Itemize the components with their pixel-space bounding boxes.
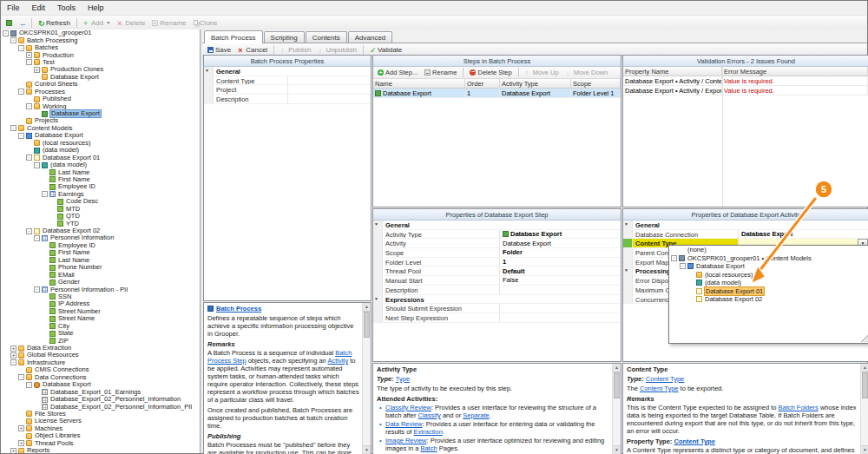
tree-item[interactable]: (none) bbox=[669, 246, 868, 254]
property-row[interactable]: Manual StartFalse bbox=[373, 276, 621, 286]
tree-item[interactable]: Phone Number bbox=[1, 264, 200, 271]
collapse-toggle[interactable]: - bbox=[10, 359, 16, 365]
help-link[interactable]: Type bbox=[396, 375, 410, 383]
property-row[interactable]: Thread PoolDefault bbox=[373, 266, 621, 276]
scroll-up-icon[interactable]: ▲ bbox=[363, 303, 371, 312]
tree-item[interactable]: (local resources) bbox=[669, 271, 868, 280]
validation-row[interactable]: Database Export • Activity / Export ...V… bbox=[623, 86, 868, 95]
tree-item[interactable]: -Database Export bbox=[1, 132, 200, 139]
tree-item[interactable]: YTD bbox=[1, 220, 200, 227]
tree-item[interactable]: Street Number bbox=[1, 308, 200, 315]
property-category[interactable]: ▼General bbox=[373, 220, 621, 230]
property-row[interactable]: Description bbox=[204, 95, 371, 104]
tab-scripting[interactable]: Scripting bbox=[264, 31, 305, 43]
tree-item[interactable]: +Reports bbox=[1, 447, 200, 453]
move-down-button[interactable]: Move Down bbox=[563, 67, 611, 79]
scroll-down-icon[interactable]: ▼ bbox=[613, 445, 621, 454]
tree-item[interactable]: -Batch Processing bbox=[1, 36, 200, 43]
tree-item[interactable]: -Content Models bbox=[1, 125, 200, 132]
tree-item[interactable]: -Earnings bbox=[1, 191, 200, 198]
tree-item[interactable]: -Data Connections bbox=[1, 374, 200, 381]
publish-button[interactable]: Publish bbox=[278, 43, 313, 56]
tree-item[interactable]: Database Export bbox=[1, 110, 200, 117]
help-link[interactable]: Batch Folders bbox=[779, 404, 819, 411]
collapse-toggle[interactable]: - bbox=[18, 45, 24, 51]
expand-toggle[interactable]: + bbox=[34, 67, 40, 73]
back-button[interactable] bbox=[16, 16, 28, 29]
tree-item[interactable]: -(data model) bbox=[1, 161, 200, 168]
unpublish-button[interactable]: Unpublish bbox=[315, 43, 359, 56]
collapse-toggle[interactable]: - bbox=[34, 235, 40, 241]
tree-item[interactable]: QTD bbox=[1, 213, 200, 220]
scrollbar[interactable]: ▲▼ bbox=[362, 303, 371, 454]
save-button[interactable]: Save bbox=[205, 43, 233, 56]
tree-item[interactable]: (data model) bbox=[1, 147, 200, 154]
collapse-toggle[interactable]: - bbox=[18, 133, 24, 139]
tree-item[interactable]: First Name bbox=[1, 176, 200, 183]
collapse-toggle[interactable]: - bbox=[26, 382, 32, 388]
move-up-button[interactable]: Move Up bbox=[523, 67, 562, 79]
property-row[interactable]: ActivityDatabase Export bbox=[373, 239, 621, 248]
help-link[interactable]: Activity bbox=[327, 357, 348, 365]
popup-resize-grip[interactable] bbox=[861, 335, 868, 342]
property-row[interactable]: Content Type bbox=[204, 76, 371, 86]
validate-button[interactable]: Validate bbox=[367, 43, 404, 56]
collapse-toggle[interactable]: - bbox=[26, 155, 32, 161]
collapse-toggle[interactable]: - bbox=[671, 255, 677, 261]
help-link[interactable]: Batch bbox=[420, 444, 437, 452]
add-button[interactable]: Add▼ bbox=[81, 16, 113, 29]
menu-tools[interactable]: Tools bbox=[51, 3, 82, 13]
clone-button[interactable]: Clone bbox=[191, 16, 220, 29]
property-row[interactable]: Activity TypeDatabase Export bbox=[373, 230, 621, 240]
property-category[interactable]: ▼General bbox=[623, 220, 868, 230]
tree-item[interactable]: +Machines bbox=[1, 425, 200, 432]
tree-item[interactable]: +Thread Pools bbox=[1, 440, 200, 447]
scroll-up-icon[interactable]: ▲ bbox=[613, 364, 621, 372]
collapse-toggle[interactable]: - bbox=[680, 263, 686, 269]
property-row[interactable]: Folder Level1 bbox=[373, 258, 621, 267]
collapse-toggle[interactable]: - bbox=[10, 125, 16, 131]
tree-item[interactable]: -Database Export 01 bbox=[1, 154, 200, 161]
collapse-toggle[interactable]: - bbox=[26, 59, 32, 65]
collapse-toggle[interactable]: - bbox=[18, 89, 24, 95]
tree-item[interactable]: Database_Export_02_Personnel_Information… bbox=[1, 403, 200, 410]
expand-toggle[interactable]: + bbox=[10, 352, 16, 359]
tree-item[interactable]: Employee ID bbox=[1, 183, 200, 190]
tree-item[interactable]: EMail bbox=[1, 271, 200, 278]
help-link[interactable]: Batch Process bbox=[216, 305, 261, 313]
tree-item[interactable]: Code Desc bbox=[1, 198, 200, 205]
scroll-thumb[interactable] bbox=[364, 312, 370, 338]
help-link[interactable]: Data Review bbox=[385, 420, 423, 428]
delete-button[interactable]: Delete bbox=[115, 16, 148, 29]
collapse-toggle[interactable]: - bbox=[3, 30, 9, 36]
menu-edit[interactable]: Edit bbox=[26, 3, 52, 13]
menu-help[interactable]: Help bbox=[82, 3, 110, 13]
help-link[interactable]: Separate bbox=[463, 411, 489, 419]
step-row[interactable]: Database Export1Database ExportFolder Le… bbox=[373, 89, 621, 98]
property-row[interactable]: Next Step Expression bbox=[373, 313, 621, 323]
expand-toggle[interactable]: + bbox=[18, 440, 24, 446]
validation-row[interactable]: Database Export • Activity / Conten...Va… bbox=[623, 76, 868, 86]
tree-item[interactable]: -OKCSPRK01_grooper01 • Content Models bbox=[669, 254, 868, 263]
property-row[interactable]: ScopeFolder bbox=[373, 248, 621, 258]
scroll-down-icon[interactable]: ▼ bbox=[363, 445, 371, 454]
cancel-button[interactable]: Cancel bbox=[235, 43, 270, 56]
tree-item[interactable]: Database Export 02 bbox=[669, 295, 868, 304]
property-row[interactable]: Project bbox=[204, 85, 371, 95]
tree-item[interactable]: CMIS Connections bbox=[1, 366, 200, 373]
help-link[interactable]: Content Type bbox=[646, 375, 684, 383]
help-link[interactable]: Classify bbox=[418, 411, 441, 419]
tab-batch-process[interactable]: Batch Process bbox=[204, 30, 263, 43]
expand-toggle[interactable]: + bbox=[18, 425, 24, 431]
help-link[interactable]: Content Type bbox=[674, 438, 714, 445]
refresh-button[interactable]: Refresh bbox=[36, 16, 73, 29]
tree-item[interactable]: Street Name bbox=[1, 315, 200, 322]
help-link[interactable]: Content Type bbox=[640, 385, 678, 392]
rename-button[interactable]: Rename bbox=[149, 16, 188, 29]
expand-toggle[interactable]: + bbox=[10, 448, 16, 453]
tree-item[interactable]: Database Export bbox=[1, 74, 200, 81]
tree-item[interactable]: +Production Clones bbox=[1, 66, 200, 73]
scroll-thumb[interactable] bbox=[614, 372, 620, 398]
column-header[interactable]: Scope bbox=[571, 79, 621, 89]
help-link[interactable]: Extraction bbox=[414, 428, 443, 436]
